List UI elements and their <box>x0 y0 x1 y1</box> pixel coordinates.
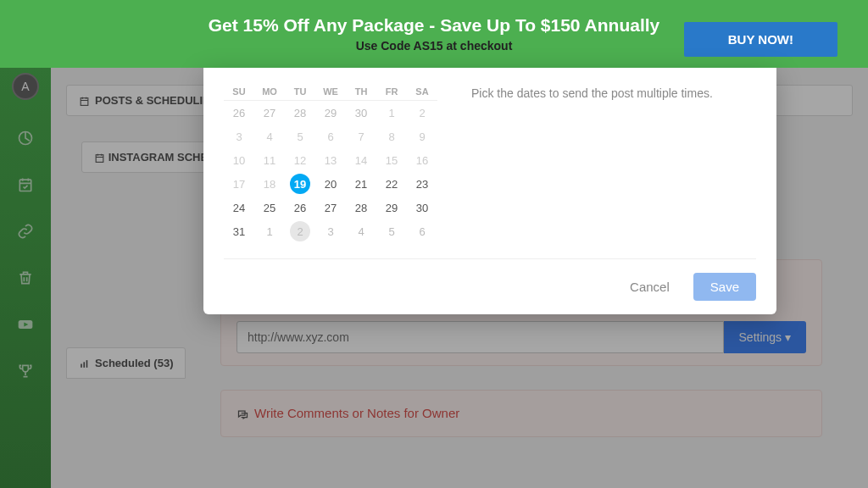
calendar-day[interactable]: 2 <box>285 219 315 243</box>
calendar-day[interactable]: 16 <box>407 148 437 172</box>
calendar-day[interactable]: 30 <box>346 101 376 125</box>
calendar-day[interactable]: 12 <box>285 148 315 172</box>
calendar-day[interactable]: 3 <box>224 125 254 148</box>
calendar-day-header: SU <box>224 83 254 100</box>
calendar-day[interactable]: 20 <box>315 172 346 196</box>
calendar-day[interactable]: 26 <box>285 196 315 219</box>
cancel-button[interactable]: Cancel <box>620 273 680 301</box>
promo-bar: Get 15% Off Any Package - Save Up To $15… <box>0 0 868 68</box>
calendar-day-header: TU <box>285 83 315 100</box>
calendar-day[interactable]: 23 <box>407 172 437 196</box>
calendar-day[interactable]: 28 <box>346 196 376 219</box>
calendar-day[interactable]: 6 <box>315 125 346 148</box>
calendar-day[interactable]: 6 <box>407 219 437 243</box>
promo-title: Get 15% Off Any Package - Save Up To $15… <box>209 15 660 36</box>
promo-sub: Use Code AS15 at checkout <box>209 39 660 53</box>
calendar-day[interactable]: 7 <box>346 125 376 148</box>
calendar-day[interactable]: 25 <box>254 196 285 219</box>
calendar-day-header: FR <box>376 83 407 100</box>
calendar-day[interactable]: 31 <box>224 219 254 243</box>
calendar-day[interactable]: 9 <box>407 125 437 148</box>
calendar-day[interactable]: 29 <box>315 101 346 125</box>
calendar-day[interactable]: 5 <box>285 125 315 148</box>
calendar-day[interactable]: 3 <box>315 219 346 243</box>
calendar-day[interactable]: 10 <box>224 148 254 172</box>
calendar-day[interactable]: 28 <box>285 101 315 125</box>
calendar-grid: 2627282930123456789101112131415161718192… <box>224 100 437 243</box>
calendar-day[interactable]: 27 <box>254 101 285 125</box>
date-picker-modal: SUMOTUWETHFRSA 2627282930123456789101112… <box>203 68 776 314</box>
calendar-day-header: TH <box>346 83 376 100</box>
calendar-day[interactable]: 5 <box>376 219 407 243</box>
calendar-day[interactable]: 15 <box>376 148 407 172</box>
calendar-day[interactable]: 4 <box>254 125 285 148</box>
calendar-day[interactable]: 8 <box>376 125 407 148</box>
calendar-day[interactable]: 29 <box>376 196 407 219</box>
calendar-day[interactable]: 1 <box>254 219 285 243</box>
save-button[interactable]: Save <box>693 273 756 301</box>
calendar-day[interactable]: 27 <box>315 196 346 219</box>
calendar-day[interactable]: 17 <box>224 172 254 196</box>
calendar-day[interactable]: 30 <box>407 196 437 219</box>
calendar-day[interactable]: 4 <box>346 219 376 243</box>
calendar-day-header: MO <box>254 83 285 100</box>
buy-now-button[interactable]: BUY NOW! <box>684 22 837 57</box>
calendar-day[interactable]: 21 <box>346 172 376 196</box>
calendar-day[interactable]: 2 <box>407 101 437 125</box>
calendar-header: SUMOTUWETHFRSA <box>224 83 437 100</box>
calendar-day[interactable]: 26 <box>224 101 254 125</box>
calendar-day[interactable]: 11 <box>254 148 285 172</box>
calendar-day[interactable]: 1 <box>376 101 407 125</box>
modal-hint: Pick the dates to send the post multiple… <box>471 83 713 243</box>
calendar-day-header: WE <box>315 83 346 100</box>
calendar-day[interactable]: 18 <box>254 172 285 196</box>
calendar: SUMOTUWETHFRSA 2627282930123456789101112… <box>224 83 437 243</box>
calendar-day[interactable]: 22 <box>376 172 407 196</box>
calendar-day[interactable]: 19 <box>285 172 315 196</box>
calendar-day[interactable]: 14 <box>346 148 376 172</box>
calendar-day[interactable]: 24 <box>224 196 254 219</box>
calendar-day-header: SA <box>407 83 437 100</box>
calendar-day[interactable]: 13 <box>315 148 346 172</box>
